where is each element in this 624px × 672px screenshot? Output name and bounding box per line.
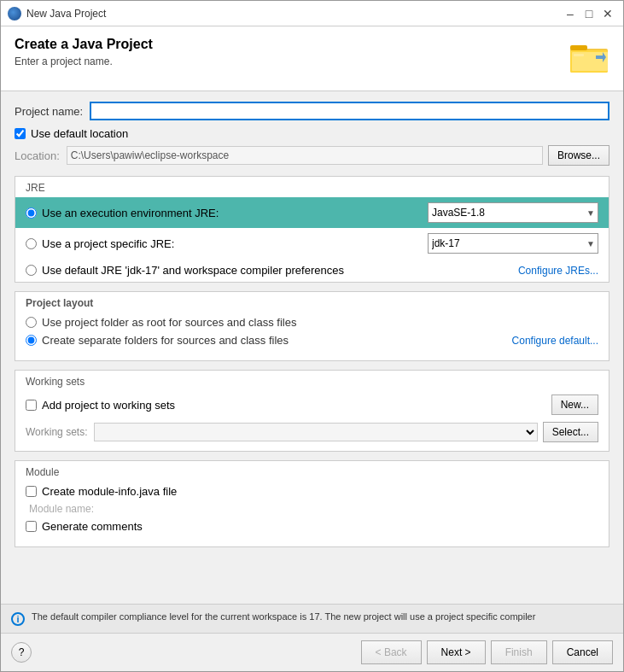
folder-open-icon	[569, 37, 609, 78]
working-sets-section: Working sets Add project to working sets…	[15, 370, 609, 452]
help-button[interactable]: ?	[11, 642, 32, 663]
create-module-info-checkbox[interactable]	[26, 486, 37, 497]
jre-option2-row: Use a project specific JRE: jdk-17 jdk-1…	[15, 228, 609, 259]
jre-default-radio[interactable]	[26, 265, 37, 276]
layout-project-folder-radio[interactable]	[26, 317, 37, 328]
jre-execution-env-label: Use an execution environment JRE:	[42, 207, 428, 219]
close-button[interactable]: ✕	[599, 5, 616, 22]
title-bar: New Java Project – □ ✕	[1, 1, 623, 26]
app-icon	[8, 7, 21, 20]
header-icon	[569, 37, 609, 80]
jre-project-specific-dropdown-wrapper: jdk-17 jdk-11 ▼	[428, 233, 598, 254]
window-controls: – □ ✕	[562, 5, 616, 22]
info-icon: i	[11, 612, 25, 626]
layout-option1-row: Use project folder as root for sources a…	[26, 316, 598, 329]
page-title: Create a Java Project	[15, 37, 569, 52]
jre-execution-env-radio[interactable]	[26, 207, 37, 219]
maximize-button[interactable]: □	[580, 5, 598, 22]
project-name-row: Project name:	[15, 102, 609, 120]
generate-comments-checkbox[interactable]	[26, 521, 37, 532]
module-section-title: Module	[26, 466, 598, 478]
jre-option3-row: Use default JRE 'jdk-17' and workspace c…	[15, 259, 609, 282]
jre-project-specific-radio[interactable]	[26, 238, 37, 249]
main-window: New Java Project – □ ✕ Create a Java Pro…	[0, 0, 624, 672]
new-working-set-button[interactable]: New...	[551, 394, 598, 415]
page-subtitle: Enter a project name.	[15, 56, 569, 67]
back-button[interactable]: < Back	[361, 640, 422, 664]
default-location-row: Use default location	[15, 127, 609, 140]
project-layout-title: Project layout	[26, 297, 598, 309]
info-bar: i The default compiler compliance level …	[1, 604, 623, 633]
generate-comments-row: Generate comments	[26, 520, 598, 533]
use-default-location-checkbox[interactable]	[15, 128, 26, 139]
jre-section-title: JRE	[15, 177, 609, 197]
project-name-label: Project name:	[15, 105, 83, 118]
jre-section: JRE Use an execution environment JRE: Ja…	[15, 176, 609, 283]
use-default-location-label: Use default location	[31, 127, 128, 140]
minimize-button[interactable]: –	[562, 5, 579, 22]
configure-jres-link[interactable]: Configure JREs...	[518, 265, 598, 277]
layout-project-folder-label: Use project folder as root for sources a…	[42, 316, 296, 329]
finish-button[interactable]: Finish	[491, 640, 547, 664]
working-sets-add-row: Add project to working sets New...	[26, 394, 598, 415]
layout-separate-folders-label: Create separate folders for sources and …	[42, 334, 289, 347]
cancel-button[interactable]: Cancel	[552, 640, 613, 664]
working-sets-select[interactable]	[94, 423, 537, 441]
module-section: Module Create module-info.java file Modu…	[15, 460, 609, 547]
configure-default-link[interactable]: Configure default...	[512, 335, 598, 347]
location-row: Location: Browse...	[15, 145, 609, 166]
layout-option2-row: Create separate folders for sources and …	[26, 334, 598, 347]
content-area: Project name: Use default location Locat…	[1, 91, 623, 604]
info-text: The default compiler compliance level fo…	[32, 611, 535, 622]
module-name-label: Module name:	[29, 503, 94, 515]
layout-separate-folders-radio[interactable]	[26, 335, 37, 346]
module-name-row: Module name:	[26, 503, 598, 515]
working-sets-label: Working sets:	[26, 426, 87, 438]
jre-option1-row: Use an execution environment JRE: JavaSE…	[15, 197, 609, 228]
add-to-working-sets-checkbox[interactable]	[26, 400, 37, 411]
project-name-input[interactable]	[90, 102, 609, 120]
next-button[interactable]: Next >	[427, 640, 486, 664]
add-to-working-sets-label: Add project to working sets	[42, 399, 546, 412]
header-text: Create a Java Project Enter a project na…	[15, 37, 569, 67]
jre-execution-env-dropdown-wrapper: JavaSE-1.8 JavaSE-11 JavaSE-17 ▼	[428, 202, 598, 223]
svg-rect-4	[574, 54, 584, 56]
window-title: New Java Project	[26, 8, 562, 20]
location-label: Location:	[15, 149, 60, 162]
svg-rect-1	[570, 45, 587, 50]
jre-execution-env-dropdown[interactable]: JavaSE-1.8 JavaSE-11 JavaSE-17	[428, 202, 598, 223]
jre-project-specific-dropdown[interactable]: jdk-17 jdk-11	[428, 233, 598, 254]
generate-comments-label: Generate comments	[42, 520, 143, 533]
project-layout-section: Project layout Use project folder as roo…	[15, 291, 609, 361]
footer: ? < Back Next > Finish Cancel	[1, 633, 623, 671]
browse-button[interactable]: Browse...	[548, 145, 609, 166]
jre-default-label: Use default JRE 'jdk-17' and workspace c…	[42, 264, 518, 277]
select-working-set-button[interactable]: Select...	[543, 422, 598, 442]
working-sets-title: Working sets	[26, 376, 598, 388]
create-module-info-row: Create module-info.java file	[26, 485, 598, 498]
jre-project-specific-label: Use a project specific JRE:	[42, 237, 428, 250]
working-sets-dropdown-row: Working sets: Select...	[26, 422, 598, 442]
location-input[interactable]	[67, 146, 543, 165]
header: Create a Java Project Enter a project na…	[1, 26, 623, 91]
create-module-info-label: Create module-info.java file	[42, 485, 177, 498]
